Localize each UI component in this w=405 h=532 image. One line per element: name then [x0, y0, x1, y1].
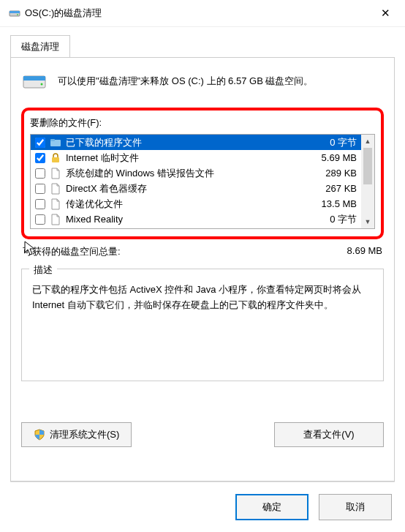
lock-icon [50, 152, 61, 164]
folder-icon [50, 137, 61, 149]
list-item-size: 13.5 MB [306, 198, 357, 209]
svg-point-2 [17, 14, 18, 15]
tab-panel: 可以使用"磁盘清理"来释放 OS (C:) 上的 6.57 GB 磁盘空间。 要… [10, 57, 395, 482]
file-list: 已下载的程序文件0 字节Internet 临时文件5.69 MB系统创建的 Wi… [30, 134, 375, 229]
svg-rect-7 [50, 139, 55, 141]
list-item-name: 系统创建的 Windows 错误报告文件 [66, 167, 301, 180]
scroll-up-button[interactable]: ▲ [361, 135, 374, 148]
list-item-checkbox[interactable] [35, 184, 45, 194]
list-item-name: DirectX 着色器缓存 [66, 182, 301, 195]
drive-icon [9, 7, 20, 19]
files-to-delete-label: 要删除的文件(F): [30, 116, 375, 130]
view-files-label: 查看文件(V) [303, 428, 354, 441]
scrollbar[interactable]: ▲ ▼ [361, 135, 374, 228]
list-item[interactable]: 传递优化文件13.5 MB [31, 196, 361, 211]
description-label: 描述 [29, 263, 57, 277]
svg-rect-8 [52, 157, 59, 162]
shield-icon [34, 429, 45, 441]
tab-disk-cleanup[interactable]: 磁盘清理 [10, 35, 70, 58]
file-icon [50, 183, 61, 195]
list-item-name: Mixed Reality [66, 214, 301, 225]
description-body: 已下载的程序文件包括 ActiveX 控件和 Java 小程序，你查看特定网页时… [32, 282, 373, 313]
list-item-size: 0 字节 [306, 213, 357, 226]
dialog-footer: 确定 取消 [0, 482, 405, 532]
list-item-size: 267 KB [306, 183, 357, 194]
window-title: OS(C:)的磁盘清理 [25, 7, 102, 20]
list-item-name: 传递优化文件 [66, 198, 301, 211]
view-files-button[interactable]: 查看文件(V) [274, 422, 384, 447]
svg-point-5 [41, 83, 43, 86]
clean-system-label: 清理系统文件(S) [50, 428, 119, 441]
list-item[interactable]: 系统创建的 Windows 错误报告文件289 KB [31, 165, 361, 181]
list-item-checkbox[interactable] [35, 214, 45, 225]
list-item[interactable]: 已下载的程序文件0 字节 [31, 135, 361, 150]
highlight-box: 要删除的文件(F): 已下载的程序文件0 字节Internet 临时文件5.69… [21, 108, 384, 239]
titlebar: OS(C:)的磁盘清理 ✕ [0, 0, 405, 27]
total-label: 可获得的磁盘空间总量: [23, 245, 121, 258]
svg-rect-1 [10, 11, 20, 13]
list-item[interactable]: Internet 临时文件5.69 MB [31, 150, 361, 165]
tab-strip: 磁盘清理 [0, 27, 405, 57]
file-icon [50, 214, 61, 225]
list-item-checkbox[interactable] [35, 138, 45, 148]
list-item[interactable]: DirectX 着色器缓存267 KB [31, 181, 361, 196]
list-item-size: 0 字节 [306, 136, 357, 149]
svg-rect-4 [23, 76, 45, 80]
drive-large-icon [21, 68, 48, 94]
clean-system-files-button[interactable]: 清理系统文件(S) [21, 422, 132, 447]
ok-button[interactable]: 确定 [235, 494, 309, 520]
file-icon [50, 198, 61, 210]
list-item-name: 已下载的程序文件 [66, 136, 301, 149]
scroll-down-button[interactable]: ▼ [361, 215, 374, 228]
list-item-size: 289 KB [306, 168, 357, 179]
info-text: 可以使用"磁盘清理"来释放 OS (C:) 上的 6.57 GB 磁盘空间。 [58, 75, 313, 88]
list-item-checkbox[interactable] [35, 199, 45, 209]
cancel-button[interactable]: 取消 [319, 494, 392, 520]
list-item-checkbox[interactable] [35, 168, 45, 179]
file-icon [50, 168, 61, 179]
list-item-checkbox[interactable] [35, 153, 45, 163]
list-item[interactable]: Mixed Reality0 字节 [31, 211, 361, 227]
list-item-name: Internet 临时文件 [66, 151, 301, 165]
close-button[interactable]: ✕ [374, 6, 396, 20]
list-item-size: 5.69 MB [306, 152, 357, 163]
scroll-thumb[interactable] [363, 148, 372, 184]
description-box: 描述 已下载的程序文件包括 ActiveX 控件和 Java 小程序，你查看特定… [21, 269, 384, 381]
total-value: 8.69 MB [347, 245, 382, 258]
